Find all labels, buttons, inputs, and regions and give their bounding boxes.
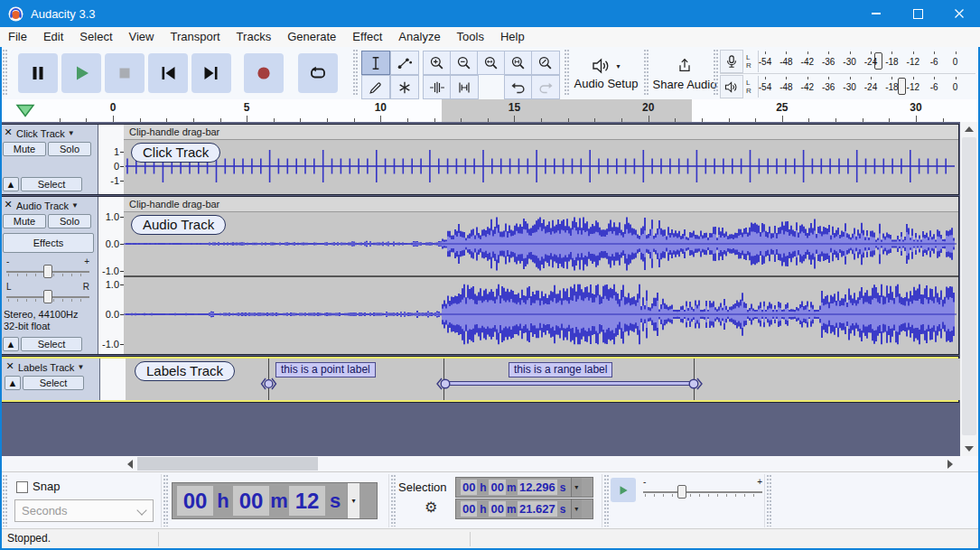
effects-button[interactable]: Effects [3,233,94,253]
microphone-icon[interactable] [720,50,743,73]
recording-meter-scale[interactable]: -54-48-42-36-30-24-18-12-60 [759,50,975,73]
track-audio-clip[interactable]: Clip-handle drag-bar Audio Track [124,197,958,354]
pan-slider-thumb[interactable] [43,290,52,303]
solo-button[interactable]: Solo [48,214,91,228]
menu-tools[interactable]: Tools [449,27,492,47]
minimize-button[interactable] [855,0,897,27]
menu-view[interactable]: View [121,27,163,47]
menu-file[interactable]: File [0,27,35,47]
stop-button[interactable] [105,53,145,93]
trim-audio-button[interactable] [423,75,452,99]
horizontal-scrollbar-thumb[interactable] [137,457,318,471]
mute-button[interactable]: Mute [3,142,46,156]
time-digit[interactable]: 00 [461,480,477,495]
track-click-header[interactable]: ✕ Click Track▼ Mute Solo ▲ Select [0,125,98,194]
point-label-text[interactable]: this is a point label [275,362,376,378]
share-audio-button[interactable]: Share Audio [652,51,717,97]
playback-meter[interactable]: LR -54-48-42-36-30-24-18-12-60 [720,75,975,98]
time-digit[interactable]: 00 [489,501,505,517]
mute-button[interactable]: Mute [3,214,46,228]
track-title-menu[interactable]: Labels Track▼ [18,360,98,374]
time-digit[interactable]: 21.627 [518,501,557,517]
time-digit[interactable]: 00 [177,486,213,516]
horizontal-scrollbar[interactable] [0,456,980,471]
toolbar-gripper[interactable] [352,50,359,97]
time-digit[interactable]: 12 [289,486,325,516]
speaker-small-icon[interactable] [720,75,743,98]
range-label-text[interactable]: this is a range label [509,362,612,378]
selection-start-display[interactable]: 00h00m12.296s ▾ [455,477,593,498]
playback-level-slider[interactable] [898,78,906,95]
collapse-button[interactable]: ▲ [5,376,21,390]
track-labels-content[interactable]: Labels Track this is a point label this … [126,359,960,400]
speed-slider-thumb[interactable] [677,485,686,499]
play-at-speed-button[interactable] [611,478,636,502]
loop-button[interactable] [298,53,338,93]
tracks-area[interactable]: ✕ Click Track▼ Mute Solo ▲ Select 1 0 -1 [0,122,980,456]
toolbar-gripper[interactable] [564,50,570,97]
clip-drag-bar[interactable]: Clip-handle drag-bar [124,197,958,212]
snap-checkbox[interactable] [16,481,28,493]
scroll-right-button[interactable] [943,456,957,471]
skip-to-end-button[interactable] [191,53,231,93]
track-labels[interactable]: ✕ Labels Track▼ ▲ Select Labels Track [0,357,958,402]
playback-speed-slider[interactable]: - + [641,479,764,500]
gain-slider[interactable]: - + [5,258,91,280]
range-label-bar[interactable] [443,381,694,386]
toolbar-gripper[interactable] [713,50,719,97]
click-track-waveform[interactable] [124,140,958,192]
toolbar-gripper[interactable] [163,475,169,527]
toolbar-gripper[interactable] [643,50,649,97]
time-digit[interactable]: 12.296 [518,480,557,495]
select-button[interactable]: Select [21,337,82,351]
selection-end-display[interactable]: 00h00m21.627s ▾ [455,499,593,519]
gain-slider-thumb[interactable] [43,265,52,278]
track-labels-header[interactable]: ✕ Labels Track▼ ▲ Select [2,359,100,400]
undo-button[interactable] [504,75,533,99]
envelope-tool-button[interactable] [390,51,419,75]
toolbar-gripper[interactable] [766,475,772,527]
range-label-left-handle[interactable] [434,376,453,392]
zoom-out-button[interactable] [450,51,479,75]
track-close-button[interactable]: ✕ [2,199,14,211]
zoom-in-button[interactable] [423,51,452,75]
toolbar-gripper[interactable] [2,475,8,527]
scroll-left-button[interactable] [123,456,137,471]
track-close-button[interactable]: ✕ [4,360,16,373]
menu-help[interactable]: Help [492,27,533,47]
silence-audio-button[interactable] [450,75,479,99]
collapse-button[interactable]: ▲ [3,177,19,191]
track-click[interactable]: ✕ Click Track▼ Mute Solo ▲ Select 1 0 -1 [0,125,958,194]
maximize-button[interactable] [897,0,938,27]
zoom-toggle-button[interactable] [531,51,560,75]
playback-meter-scale[interactable]: -54-48-42-36-30-24-18-12-60 [759,75,975,98]
time-digit[interactable]: 00 [233,486,269,516]
menu-effect[interactable]: Effect [344,27,390,47]
vertical-scrollbar[interactable] [960,122,978,456]
time-format-dropdown[interactable]: ▾ [571,478,582,497]
vertical-scrollbar-thumb[interactable] [962,137,976,435]
fit-project-button[interactable] [504,51,533,75]
track-name-pill[interactable]: Labels Track [135,361,235,381]
track-name-pill[interactable]: Audio Track [131,215,226,235]
time-digit[interactable]: 00 [461,501,477,517]
multi-tool-button[interactable] [390,75,419,99]
vertical-scale[interactable]: 1 0 -1 [98,125,125,194]
menu-generate[interactable]: Generate [279,27,344,47]
track-title-menu[interactable]: Click Track▼ [16,126,96,140]
scroll-down-button[interactable] [960,442,978,456]
pan-slider[interactable]: L R [5,284,91,305]
track-title-menu[interactable]: Audio Track▼ [16,199,96,212]
scroll-up-button[interactable] [960,122,978,136]
menu-edit[interactable]: Edit [35,27,71,47]
track-name-pill[interactable]: Click Track [131,143,220,163]
select-button[interactable]: Select [23,376,84,390]
track-close-button[interactable]: ✕ [2,126,14,139]
audio-waveform-right[interactable] [124,277,958,352]
menu-transport[interactable]: Transport [162,27,228,47]
pause-button[interactable] [18,53,58,93]
timeline-ruler[interactable]: 051015202530 [0,99,980,123]
track-audio[interactable]: ✕ Audio Track▼ Mute Solo Effects - + L R [0,197,958,354]
track-click-clip[interactable]: Clip-handle drag-bar Click Track [124,125,958,194]
audio-waveform-left[interactable] [124,212,958,275]
